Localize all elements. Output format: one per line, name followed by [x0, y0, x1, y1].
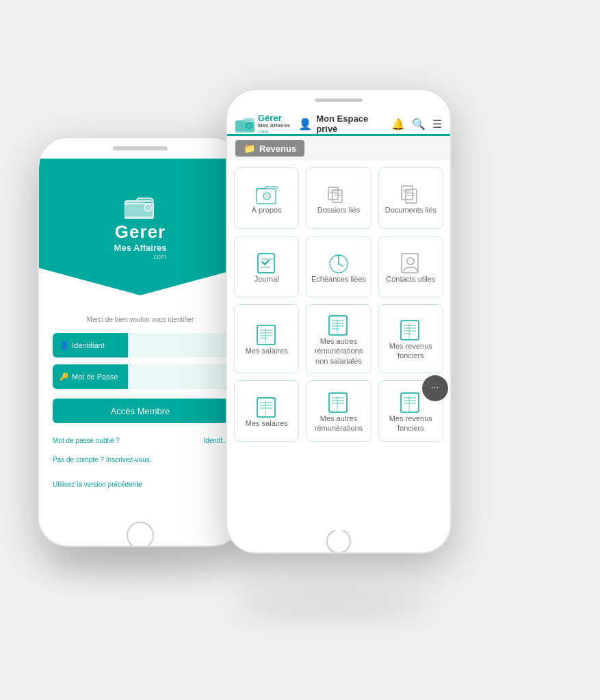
register-link[interactable]: Pas de compte ? Inscrivez-vous.	[53, 456, 152, 463]
login-links: Mot de passe oublié ? Identif...	[53, 437, 228, 444]
journal-icon	[255, 252, 278, 274]
app-logo-com: .com	[258, 129, 290, 134]
echeances-icon	[327, 252, 350, 274]
login-button[interactable]: Accès Membre	[53, 399, 228, 423]
svg-rect-40	[329, 316, 347, 335]
identifiant-input[interactable]	[128, 333, 228, 358]
svg-point-33	[407, 258, 414, 265]
login-tagline: Merci de bien vouloir vous identifier	[87, 316, 194, 323]
svg-rect-62	[401, 393, 419, 412]
svg-rect-17	[402, 186, 413, 200]
back-logo: ? Gerer Mes Affaires .com	[114, 194, 167, 260]
fab-button[interactable]: ···	[422, 375, 448, 401]
login-phone: ? Gerer Mes Affaires .com Merci de bien …	[38, 137, 243, 547]
version-row: Utilisez la version précédente	[53, 477, 228, 489]
apropos-label: À propos	[252, 205, 282, 215]
dossiers-icon	[327, 185, 350, 205]
status-notch	[315, 98, 363, 102]
lock-icon: 🔑	[60, 373, 69, 381]
svg-text:?: ?	[248, 124, 250, 129]
app-header-icons: 🔔 🔍 ☰	[391, 118, 442, 131]
svg-text:?: ?	[146, 206, 149, 211]
revenus-badge[interactable]: 📁 Revenus	[235, 140, 304, 157]
login-body: Merci de bien vouloir vous identifier 👤 …	[39, 295, 242, 525]
top-notch	[39, 138, 242, 159]
front-phone-bottom-bar	[227, 530, 450, 552]
grid-item-apropos[interactable]: ? À propos	[234, 167, 299, 229]
forgot-password-link[interactable]: Mot de passe oublié ?	[53, 437, 120, 444]
grid-item-salaires[interactable]: Mes salaires	[234, 304, 299, 373]
app-logo-text: Gérer Mes Affaires .com	[258, 113, 290, 134]
salaires-icon	[255, 324, 278, 346]
svg-rect-18	[406, 189, 417, 203]
back-home-button[interactable]	[127, 522, 154, 546]
front-top-bar	[227, 90, 450, 109]
revenus-folder-icon: 📁	[244, 143, 255, 154]
svg-rect-52	[257, 398, 275, 417]
revenus-fonciers-icon	[399, 319, 422, 341]
grid-item-contacts[interactable]: Contacts utiles	[378, 236, 443, 297]
notification-icon[interactable]: 🔔	[391, 118, 405, 131]
user-icon: 👤	[60, 341, 69, 350]
revenus-fonciers-2-icon	[399, 392, 422, 414]
documents-icon	[399, 185, 422, 205]
grid-item-remunerations[interactable]: Mes autres rémunérations non salariales	[306, 304, 371, 373]
app-phone: ? Gérer Mes Affaires .com 👤 Mon Espace p…	[226, 89, 452, 554]
app-grid-area[interactable]: ? À propos Dossiers liés	[227, 161, 450, 530]
front-home-button[interactable]	[326, 529, 351, 552]
menu-icon[interactable]: ☰	[432, 118, 442, 131]
revenus-fonciers-label: Mes revenus fonciers	[383, 341, 439, 361]
identifier-link[interactable]: Identif...	[203, 437, 228, 444]
version-link[interactable]: Utilisez la version précédente	[53, 481, 142, 488]
grid-item-echeances[interactable]: Echéances liées	[306, 236, 371, 297]
grid-item-documents[interactable]: Documents liés	[378, 167, 443, 229]
remunerations-icon	[327, 314, 350, 336]
dossiers-label: Dossiers liés	[317, 205, 360, 215]
search-icon[interactable]: 🔍	[412, 118, 426, 131]
back-logo-icon: ?	[125, 194, 156, 219]
grid-item-revenus-fonciers[interactable]: Mes revenus fonciers	[378, 304, 443, 373]
identifiant-field[interactable]: 👤 Identifiant	[53, 333, 228, 358]
salaires-2-icon	[255, 396, 278, 418]
app-logo-gerer: Gérer	[258, 113, 290, 122]
grid-item-revenus-fonciers-2[interactable]: Mes revenus fonciers ···	[378, 380, 443, 442]
grid-item-salaires-2[interactable]: Mes salaires	[234, 380, 299, 442]
revenus-fonciers-2-label: Mes revenus fonciers	[383, 414, 439, 433]
remunerations-label: Mes autres rémunérations non salariales	[311, 336, 366, 366]
notch-bar	[113, 146, 168, 150]
app-logo-area: ? Gérer Mes Affaires .com	[235, 113, 290, 134]
svg-rect-12	[332, 190, 342, 202]
remunerations-2-icon	[327, 392, 350, 414]
svg-rect-34	[257, 325, 275, 345]
login-header: ? Gerer Mes Affaires .com	[39, 159, 242, 295]
contacts-label: Contacts utiles	[386, 274, 435, 284]
app-title-text: Mon Espace privé	[316, 113, 386, 134]
password-field[interactable]: 🔑 Mot de Passe	[53, 364, 228, 389]
echeances-label: Echéances liées	[311, 274, 366, 284]
remunerations-2-label: Mes autres rémunérations	[311, 414, 366, 433]
apropos-icon: ?	[255, 185, 278, 205]
password-label: 🔑 Mot de Passe	[53, 373, 128, 381]
back-phone-bottom-bar	[39, 525, 242, 546]
grid-item-journal[interactable]: Journal	[234, 236, 299, 297]
svg-line-28	[339, 264, 343, 266]
revenus-label: Revenus	[259, 144, 296, 154]
salaires-label: Mes salaires	[246, 346, 288, 355]
password-input[interactable]	[128, 364, 228, 389]
app-header: ? Gérer Mes Affaires .com 👤 Mon Espace p…	[227, 109, 450, 136]
app-grid: ? À propos Dossiers liés	[234, 167, 443, 442]
back-logo-mes: Mes Affaires	[114, 243, 167, 253]
revenus-bar: 📁 Revenus	[227, 136, 450, 161]
register-row: Pas de compte ? Inscrivez-vous.	[53, 453, 228, 465]
grid-item-remunerations-2[interactable]: Mes autres rémunérations	[306, 380, 371, 442]
app-header-title: 👤 Mon Espace privé	[298, 113, 386, 134]
journal-label: Journal	[255, 274, 279, 284]
svg-rect-57	[329, 393, 347, 412]
svg-rect-46	[401, 321, 419, 340]
salaires-2-label: Mes salaires	[246, 418, 288, 428]
identifiant-label: 👤 Identifiant	[53, 341, 128, 350]
grid-item-dossiers[interactable]: Dossiers liés	[306, 167, 371, 229]
app-logo-mes-affaires: Mes Affaires	[258, 122, 290, 129]
back-logo-com: .com	[152, 253, 167, 260]
app-logo-icon: ?	[235, 115, 256, 133]
